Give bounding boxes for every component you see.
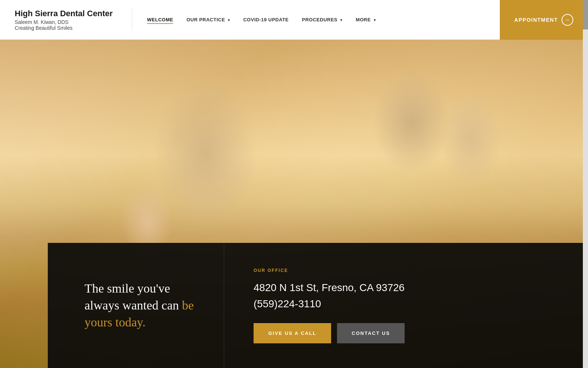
nav-item-procedures[interactable]: PROCEDURES ▾ xyxy=(302,17,343,22)
office-phone: (559)224-3110 xyxy=(254,298,559,310)
bottom-info-panel: The smile you've always wanted can be yo… xyxy=(48,243,588,368)
panel-office-section: OUR OFFICE 4820 N 1st St, Fresno, CA 937… xyxy=(224,243,588,368)
nav-item-covid[interactable]: COVID-19 UPDATE xyxy=(243,17,289,22)
chevron-down-icon: ▾ xyxy=(374,18,376,22)
office-address: 4820 N 1st St, Fresno, CA 93726 xyxy=(254,282,559,294)
chevron-down-icon: ▾ xyxy=(228,18,230,22)
appointment-button[interactable]: APPOINTMENT → xyxy=(500,0,588,40)
brand-tagline: Creating Beautiful Smiles xyxy=(15,25,117,31)
give-us-a-call-button[interactable]: GIVE US A CALL xyxy=(254,323,331,343)
brand: High Sierra Dental Center Saleem M. Kiwa… xyxy=(0,9,132,31)
brand-name: High Sierra Dental Center xyxy=(15,9,117,18)
nav-item-welcome[interactable]: WELCOME xyxy=(147,17,173,22)
nav-item-our-practice[interactable]: OUR PRACTICE ▾ xyxy=(186,17,230,22)
brand-subtitle: Saleem M. Kiwan, DDS xyxy=(15,19,117,25)
arrow-circle-icon: → xyxy=(562,14,573,26)
panel-tagline-section: The smile you've always wanted can be yo… xyxy=(48,243,224,368)
scrollbar-thumb[interactable] xyxy=(583,0,588,29)
main-nav: WELCOME OUR PRACTICE ▾ COVID-19 UPDATE P… xyxy=(132,17,500,22)
appointment-label: APPOINTMENT xyxy=(514,17,558,23)
header: High Sierra Dental Center Saleem M. Kiwa… xyxy=(0,0,588,40)
nav-item-more[interactable]: MORE ▾ xyxy=(356,17,376,22)
office-section-label: OUR OFFICE xyxy=(254,268,559,273)
chevron-down-icon: ▾ xyxy=(340,18,343,22)
tagline-text-part1: The smile you've always wanted can xyxy=(85,282,182,312)
hero-section: The smile you've always wanted can be yo… xyxy=(0,40,588,368)
scrollbar[interactable] xyxy=(583,0,588,368)
hero-tagline: The smile you've always wanted can be yo… xyxy=(85,280,202,331)
contact-us-button[interactable]: CONTACT US xyxy=(337,323,405,343)
office-buttons: GIVE US A CALL CONTACT US xyxy=(254,323,559,343)
